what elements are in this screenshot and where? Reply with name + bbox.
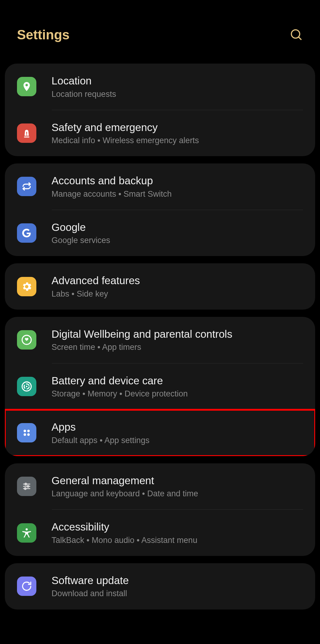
sync-icon: [17, 177, 36, 196]
row-content: LocationLocation requests: [52, 74, 303, 100]
update-icon: [17, 577, 36, 596]
row-title: Software update: [52, 573, 303, 587]
row-title: Accounts and backup: [52, 174, 303, 188]
settings-row-general[interactable]: General managementLanguage and keyboard …: [5, 463, 315, 510]
apps-icon: [17, 423, 36, 442]
row-content: Digital Wellbeing and parental controlsS…: [52, 327, 303, 353]
svg-point-0: [292, 30, 300, 38]
settings-row-apps[interactable]: AppsDefault apps • App settings: [5, 410, 315, 456]
row-content: AppsDefault apps • App settings: [52, 420, 303, 446]
settings-row-software[interactable]: Software updateDownload and install: [5, 563, 315, 610]
svg-point-8: [24, 430, 26, 432]
svg-point-7: [26, 386, 28, 387]
settings-group: Accounts and backupManage accounts • Sma…: [5, 163, 315, 256]
settings-row-accounts[interactable]: Accounts and backupManage accounts • Sma…: [5, 163, 315, 210]
sliders-icon: [17, 477, 36, 496]
row-title: Google: [52, 220, 303, 234]
row-title: Apps: [52, 420, 303, 434]
svg-rect-3: [26, 134, 27, 135]
svg-point-17: [25, 488, 26, 490]
row-content: General managementLanguage and keyboard …: [52, 474, 303, 499]
row-subtitle: Screen time • App timers: [52, 342, 303, 353]
svg-point-9: [27, 430, 30, 432]
row-title: Safety and emergency: [52, 120, 303, 134]
row-content: Accounts and backupManage accounts • Sma…: [52, 174, 303, 199]
row-title: Digital Wellbeing and parental controls: [52, 327, 303, 341]
svg-rect-2: [26, 132, 27, 134]
wellbeing-icon: [17, 330, 36, 350]
row-content: Software updateDownload and install: [52, 573, 303, 599]
settings-header: Settings: [5, 0, 315, 64]
row-subtitle: Manage accounts • Smart Switch: [52, 189, 303, 199]
accessibility-icon: [17, 523, 36, 543]
row-subtitle: TalkBack • Mono audio • Assistant menu: [52, 535, 303, 546]
row-subtitle: Medical info • Wireless emergency alerts: [52, 135, 303, 146]
row-subtitle: Labs • Side key: [52, 289, 303, 299]
settings-row-battery[interactable]: Battery and device careStorage • Memory …: [5, 363, 315, 410]
battery-icon: [17, 377, 36, 396]
settings-group: Digital Wellbeing and parental controlsS…: [5, 317, 315, 456]
row-content: Battery and device careStorage • Memory …: [52, 374, 303, 399]
row-title: Accessibility: [52, 520, 303, 534]
svg-point-15: [25, 483, 27, 485]
settings-row-location[interactable]: LocationLocation requests: [5, 64, 315, 110]
svg-point-18: [26, 528, 28, 530]
settings-row-accessibility[interactable]: AccessibilityTalkBack • Mono audio • Ass…: [5, 510, 315, 556]
row-subtitle: Storage • Memory • Device protection: [52, 389, 303, 399]
row-content: Advanced featuresLabs • Side key: [52, 274, 303, 299]
search-icon[interactable]: [290, 28, 303, 41]
row-title: Battery and device care: [52, 374, 303, 388]
settings-row-wellbeing[interactable]: Digital Wellbeing and parental controlsS…: [5, 317, 315, 363]
row-content: AccessibilityTalkBack • Mono audio • Ass…: [52, 520, 303, 546]
settings-group: General managementLanguage and keyboard …: [5, 463, 315, 556]
svg-point-10: [24, 433, 26, 436]
settings-group: Software updateDownload and install: [5, 563, 315, 610]
settings-group: Advanced featuresLabs • Side key: [5, 263, 315, 310]
row-title: Advanced features: [52, 274, 303, 288]
settings-row-google[interactable]: GoogleGoogle services: [5, 210, 315, 256]
svg-point-11: [27, 433, 30, 436]
page-title: Settings: [17, 27, 70, 42]
gear-icon: [17, 277, 36, 296]
emergency-icon: [17, 123, 36, 143]
row-subtitle: Default apps • App settings: [52, 435, 303, 446]
row-content: GoogleGoogle services: [52, 220, 303, 246]
settings-group: LocationLocation requestsSafety and emer…: [5, 64, 315, 156]
row-content: Safety and emergencyMedical info • Wirel…: [52, 120, 303, 146]
google-icon: [17, 223, 36, 243]
row-subtitle: Google services: [52, 235, 303, 246]
row-title: General management: [52, 474, 303, 488]
row-title: Location: [52, 74, 303, 88]
settings-row-advanced[interactable]: Advanced featuresLabs • Side key: [5, 263, 315, 310]
row-subtitle: Language and keyboard • Date and time: [52, 488, 303, 499]
svg-point-16: [27, 485, 29, 487]
svg-line-1: [298, 37, 301, 40]
row-subtitle: Location requests: [52, 89, 303, 100]
settings-row-safety[interactable]: Safety and emergencyMedical info • Wirel…: [5, 110, 315, 156]
location-icon: [17, 77, 36, 96]
row-subtitle: Download and install: [52, 588, 303, 599]
